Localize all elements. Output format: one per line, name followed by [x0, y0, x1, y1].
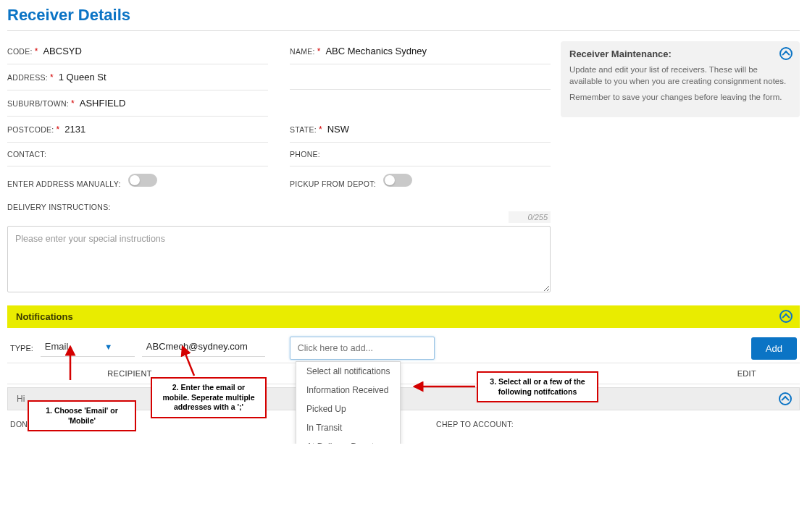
postcode-value[interactable]: 2131 [64, 124, 85, 135]
required-asterisk: * [50, 72, 54, 83]
form-column: CODE: * ABCSYD NAME: * ABC Mechanics Syd… [7, 41, 551, 295]
pickup-depot-toggle[interactable] [383, 174, 412, 187]
info-panel-line1: Update and edit your list of receivers. … [569, 64, 791, 87]
notification-type-row: TYPE: Email ▼ ABCmech@sydney.com Add [7, 328, 800, 363]
manual-address-toggle[interactable] [128, 174, 157, 187]
state-label: STATE: [290, 125, 317, 134]
suburb-label: SUBURB/TOWN: [7, 99, 69, 108]
name-label: NAME: [290, 47, 315, 56]
phone-field: PHONE: [290, 145, 551, 166]
annotation-callout-2: 2. Enter the email or mobile. Seperate m… [151, 377, 267, 418]
info-panel-line2: Remember to save your changes before lea… [569, 91, 791, 103]
hide-bar-label: Hi [17, 394, 25, 404]
page-title: Receiver Details [7, 6, 800, 25]
notifications-section: TYPE: Email ▼ ABCmech@sydney.com Add Sel… [7, 328, 800, 438]
required-asterisk: * [319, 124, 322, 135]
notification-add-input[interactable] [290, 337, 435, 360]
annotation-callout-3: 3. Select all or a few of the following … [477, 371, 598, 402]
pickup-depot-field: PICKUP FROM DEPOT: [290, 169, 551, 195]
suburb-value[interactable]: ASHFIELD [80, 98, 126, 109]
name-field: NAME: * ABC Mechanics Sydney [290, 41, 551, 64]
svg-line-1 [183, 347, 194, 376]
receiver-maintenance-panel: Receiver Maintenance: Update and edit yo… [561, 41, 800, 117]
address-label: ADDRESS: [7, 73, 48, 82]
type-label: TYPE: [10, 344, 33, 352]
col-edit: EDIT [737, 369, 756, 378]
notif-option[interactable]: In Transit [296, 418, 400, 437]
notification-options-dropdown[interactable]: Select all notifications Information Rec… [296, 361, 401, 444]
collapse-icon[interactable] [779, 47, 793, 60]
postcode-label: POSTCODE: [7, 125, 54, 134]
required-asterisk: * [57, 124, 60, 135]
pickup-depot-label: PICKUP FROM DEPOT: [290, 180, 376, 188]
manual-address-field: ENTER ADDRESS MANUALLY: [7, 169, 268, 195]
instructions-textarea[interactable] [7, 226, 551, 292]
notif-option[interactable]: Information Received [296, 381, 400, 400]
chep-account-label: CHEP TO ACCOUNT: [436, 420, 514, 428]
address-field: ADDRESS: * 1 Queen St [7, 67, 268, 90]
state-value[interactable]: NSW [327, 124, 349, 135]
code-value[interactable]: ABCSYD [43, 46, 81, 56]
annotation-callout-1: 1. Choose 'Email' or 'Mobile' [28, 400, 136, 431]
notif-option[interactable]: Select all notifications [296, 362, 400, 381]
code-field: CODE: * ABCSYD [7, 41, 268, 64]
name-value[interactable]: ABC Mechanics Sydney [325, 46, 426, 56]
required-asterisk: * [35, 46, 38, 56]
collapse-icon[interactable] [779, 392, 792, 405]
state-field: STATE: * NSW [290, 119, 551, 143]
notif-option[interactable]: Picked Up [296, 400, 400, 418]
contact-label: CONTACT: [7, 150, 46, 159]
suburb-field: SUBURB/TOWN: * ASHFIELD [7, 93, 268, 117]
postcode-field: POSTCODE: * 2131 [7, 119, 268, 143]
info-column: Receiver Maintenance: Update and edit yo… [561, 41, 800, 295]
annotation-arrow [411, 380, 477, 393]
notification-table-header: RECIPIENT EDIT [7, 363, 800, 384]
annotation-arrow [62, 344, 79, 381]
contact-field: CONTACT: [7, 145, 268, 166]
char-count: 0/255 [509, 211, 551, 223]
address-value[interactable]: 1 Queen St [59, 72, 106, 83]
notif-option[interactable]: At Delivery Depot [296, 437, 400, 444]
manual-address-label: ENTER ADDRESS MANUALLY: [7, 180, 121, 188]
instructions-header: DELIVERY INSTRUCTIONS: [7, 198, 551, 211]
code-label: CODE: [7, 47, 33, 56]
annotation-arrow [172, 344, 201, 377]
notifications-bar-label: Notifications [16, 311, 73, 322]
layout-two-col: CODE: * ABCSYD NAME: * ABC Mechanics Syd… [7, 41, 800, 295]
type-select[interactable]: Email ▼ [41, 339, 135, 357]
instructions-label: DELIVERY INSTRUCTIONS: [7, 203, 111, 211]
required-asterisk: * [71, 98, 75, 109]
chevron-down-icon: ▼ [104, 342, 112, 351]
info-panel-heading: Receiver Maintenance: [569, 48, 791, 59]
add-button[interactable]: Add [751, 337, 797, 360]
required-asterisk: * [317, 46, 321, 56]
notifications-bar[interactable]: Notifications [7, 305, 800, 328]
address2-field[interactable] [290, 67, 551, 90]
recipient-input[interactable]: ABCmech@sydney.com [142, 339, 265, 357]
title-divider [7, 30, 800, 31]
phone-label: PHONE: [290, 150, 320, 159]
collapse-icon[interactable] [779, 310, 793, 323]
